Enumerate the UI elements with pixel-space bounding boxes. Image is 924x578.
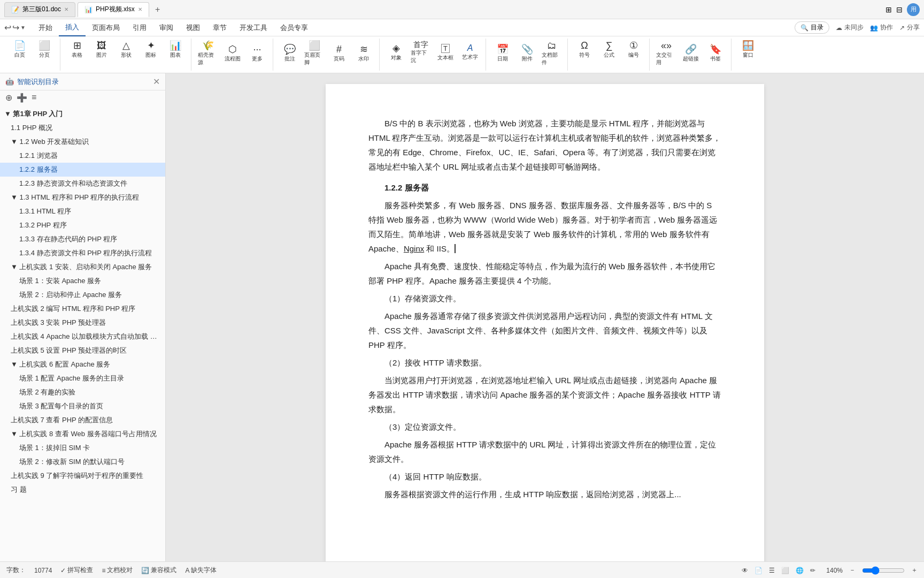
numbering-button[interactable]: ① 编号 bbox=[622, 40, 645, 60]
toc-item-lab7[interactable]: 上机实践 7 查看 PHP 的配置信息 bbox=[0, 413, 165, 427]
tab-chapter[interactable]: 章节 bbox=[206, 19, 233, 36]
sidebar-tool-collapse[interactable]: ➕ bbox=[17, 93, 27, 103]
toc-item-1-2-2[interactable]: 1.2.2 服务器 bbox=[0, 163, 165, 177]
shape-button[interactable]: △ 形状 bbox=[115, 40, 137, 60]
tab-reference[interactable]: 引用 bbox=[126, 19, 153, 36]
cloud-sync[interactable]: ☁ 未同步 bbox=[836, 23, 864, 32]
textbox-button[interactable]: T 文本框 bbox=[434, 43, 457, 63]
tab-insert[interactable]: 插入 bbox=[59, 19, 86, 36]
compat-mode-button[interactable]: 🔄 兼容模式 bbox=[141, 566, 176, 575]
tab-layout[interactable]: 页面布局 bbox=[86, 19, 126, 36]
page-number-button[interactable]: # 页码 bbox=[328, 43, 350, 64]
toc-item-1-3[interactable]: ▼ 1.3 HTML 程序和 PHP 程序的执行流程 bbox=[0, 191, 165, 204]
toc-item-1-1[interactable]: 1.1 PHP 概况 bbox=[0, 121, 165, 135]
toc-item-ch1[interactable]: ▼ 第1章 PHP 入门 bbox=[0, 107, 165, 121]
docpart-button[interactable]: 🗂 文档部件 bbox=[541, 40, 563, 67]
toc-item-lab8-s1[interactable]: 场景 1：拔掉旧 SIM 卡 bbox=[0, 441, 165, 455]
toc-item-1-3-4[interactable]: 1.3.4 静态资源文件和 PHP 程序的执行流程 bbox=[0, 246, 165, 260]
toc-item-1-2[interactable]: ▼ 1.2 Web 开发基础知识 bbox=[0, 135, 165, 149]
web-view-icon[interactable]: ⬜ bbox=[781, 567, 789, 574]
toc-item-1-2-1[interactable]: 1.2.1 浏览器 bbox=[0, 149, 165, 163]
zoom-in-button[interactable]: ＋ bbox=[911, 566, 918, 575]
zoom-out-button[interactable]: － bbox=[849, 566, 856, 575]
read-mode-icon[interactable]: 👁 bbox=[742, 567, 748, 574]
tab-view[interactable]: 视图 bbox=[180, 19, 206, 36]
watermark-button[interactable]: ≋ 水印 bbox=[352, 43, 375, 64]
hyperlink-button[interactable]: 🔗 超链接 bbox=[680, 43, 702, 64]
date-button[interactable]: 📅 日期 bbox=[491, 43, 514, 64]
toc-item-1-3-2[interactable]: 1.3.2 PHP 程序 bbox=[0, 218, 165, 232]
toc-item-lab1-s2[interactable]: 场景 2：启动和停止 Apache 服务 bbox=[0, 288, 165, 302]
toc-item-1-3-1[interactable]: 1.3.1 HTML 程序 bbox=[0, 204, 165, 218]
new-tab-button[interactable]: + bbox=[151, 3, 164, 16]
toc-item-lab1[interactable]: ▼ 上机实践 1 安装、启动和关闭 Apache 服务 bbox=[0, 260, 165, 274]
toc-item-lab8-s2[interactable]: 场景 2：修改新 SIM 的默认端口号 bbox=[0, 455, 165, 469]
page-break-button[interactable]: ⬜ 分页 bbox=[33, 40, 56, 60]
sidebar-tool-expand[interactable]: ⊕ bbox=[5, 93, 12, 103]
document-content-area[interactable]: B/S 中的 B 表示浏览器，也称为 Web 浏览器，主要功能是显示 HTML … bbox=[166, 73, 924, 561]
attach-button[interactable]: 📎 附件 bbox=[516, 43, 538, 64]
toc-item-lab6-s1[interactable]: 场景 1 配置 Apache 服务的主目录 bbox=[0, 371, 165, 385]
sidebar-close-button[interactable]: ✕ bbox=[153, 77, 160, 87]
arttext-button[interactable]: A 艺术字 bbox=[459, 43, 481, 62]
picture-button[interactable]: 🖼 图片 bbox=[90, 40, 113, 60]
search-box[interactable]: 🔍 目录 bbox=[795, 21, 829, 34]
page-view-icon[interactable]: 📄 bbox=[754, 567, 763, 574]
collaborate-button[interactable]: 👥 协作 bbox=[870, 23, 893, 32]
icon-button[interactable]: ✦ 图标 bbox=[140, 40, 162, 60]
outline-view-icon[interactable]: ☰ bbox=[769, 567, 775, 574]
window-button[interactable]: 🪟 窗口 bbox=[737, 40, 759, 60]
dropdown-arrow[interactable]: ▼ bbox=[20, 25, 26, 31]
more-button[interactable]: ··· 更多 bbox=[246, 43, 268, 64]
toc-item-lab3[interactable]: 上机实践 3 安装 PHP 预处理器 bbox=[0, 316, 165, 330]
table-button[interactable]: ⊞ 表格 bbox=[66, 40, 88, 60]
daoqiao-button[interactable]: 🌾 稻壳资源 bbox=[197, 40, 219, 67]
tab-vip[interactable]: 会员专享 bbox=[274, 19, 314, 36]
tab-doc[interactable]: 📝 第三版01.doc ✕ bbox=[4, 2, 75, 17]
toc-item-lab6-s3[interactable]: 场景 3 配置每个目录的首页 bbox=[0, 399, 165, 413]
comment-button[interactable]: 💬 批注 bbox=[279, 43, 301, 64]
toc-item-1-3-3[interactable]: 1.3.3 存在静态代码的 PHP 程序 bbox=[0, 232, 165, 246]
tab-start[interactable]: 开始 bbox=[32, 19, 59, 36]
flowchart-button[interactable]: ⬡ 流程图 bbox=[221, 43, 244, 64]
toc-item-exercises[interactable]: 习 题 bbox=[0, 483, 165, 497]
toc-item-lab5[interactable]: 上机实践 5 设置 PHP 预处理器的时区 bbox=[0, 344, 165, 358]
tab-devtools[interactable]: 开发工具 bbox=[233, 19, 274, 36]
blank-page-button[interactable]: 📄 白页 bbox=[9, 40, 31, 60]
text-check-button[interactable]: ≡ 文档校对 bbox=[102, 566, 133, 575]
toc-item-lab6[interactable]: ▼ 上机实践 6 配置 Apache 服务 bbox=[0, 358, 165, 371]
toc-item-lab9[interactable]: 上机实践 9 了解字符编码对于程序的重要性 bbox=[0, 469, 165, 483]
tab-xlsx[interactable]: 📊 PHP视频.xlsx ✕ bbox=[78, 2, 149, 17]
zoom-slider[interactable] bbox=[862, 566, 905, 575]
focus-mode-icon[interactable]: ✏ bbox=[810, 567, 815, 574]
toc-item-1-2-3[interactable]: 1.2.3 静态资源文件和动态资源文件 bbox=[0, 177, 165, 191]
header-footer-button[interactable]: ⬜ 页眉页脚 bbox=[303, 40, 326, 67]
layout-icon[interactable]: ⊟ bbox=[896, 5, 903, 14]
toc-item-lab4[interactable]: 上机实践 4 Apache 以加载模块方式自动加载 P... bbox=[0, 330, 165, 344]
redo-button[interactable]: ↪ bbox=[12, 22, 19, 33]
grid-view-icon[interactable]: ⊞ bbox=[886, 5, 892, 14]
textbox-icon: T bbox=[441, 44, 450, 53]
sidebar-tool-list[interactable]: ≡ bbox=[32, 93, 36, 103]
toc-item-lab1-s1[interactable]: 场景 1：安装 Apache 服务 bbox=[0, 274, 165, 288]
toc-item-lab6-s2[interactable]: 场景 2 有趣的实验 bbox=[0, 385, 165, 399]
user-avatar[interactable]: 用 bbox=[907, 3, 920, 16]
tab-doc-close[interactable]: ✕ bbox=[64, 6, 68, 12]
browser-view-icon[interactable]: 🌐 bbox=[796, 567, 804, 574]
crossref-button[interactable]: «» 文交引用 bbox=[655, 40, 677, 67]
undo-button[interactable]: ↩ bbox=[4, 22, 11, 33]
spell-check-button[interactable]: ✓ 拼写检查 bbox=[60, 566, 93, 575]
table-icon: ⊞ bbox=[73, 41, 81, 50]
object-button[interactable]: ◈ 对象 bbox=[385, 42, 407, 63]
missing-font-button[interactable]: A 缺失字体 bbox=[185, 566, 217, 575]
toc-item-lab2[interactable]: 上机实践 2 编写 HTML 程序和 PHP 程序 bbox=[0, 302, 165, 316]
symbol-button[interactable]: Ω 符号 bbox=[573, 40, 596, 60]
formula-button[interactable]: ∑ 公式 bbox=[598, 40, 620, 60]
chart-button[interactable]: 📊 图表 bbox=[164, 40, 187, 60]
dropcap-button[interactable]: 首字 首字下沉 bbox=[410, 40, 432, 65]
share-button[interactable]: ↗ 分享 bbox=[899, 23, 920, 32]
tab-review[interactable]: 审阅 bbox=[153, 19, 180, 36]
tab-xlsx-close[interactable]: ✕ bbox=[138, 6, 142, 12]
bookmark-button[interactable]: 🔖 书签 bbox=[704, 43, 727, 64]
toc-item-lab8[interactable]: ▼ 上机实践 8 查看 Web 服务器端口号占用情况 bbox=[0, 427, 165, 441]
